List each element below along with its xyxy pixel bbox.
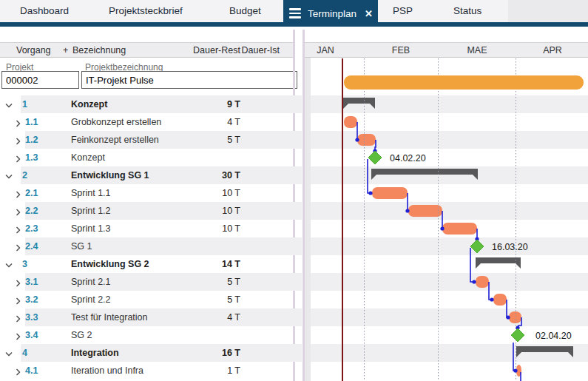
row-dauer-rest: 14 T	[178, 259, 240, 269]
row-bezeichnung: Feinkonzept erstellen	[71, 135, 159, 145]
gantt-task-bar[interactable]	[344, 116, 357, 128]
connector-arrow-dot	[513, 368, 517, 372]
table-row[interactable]: 3.1Sprint 2.15 T	[0, 273, 302, 291]
chart-row-stripe	[311, 202, 588, 220]
project-name-input[interactable]	[81, 71, 297, 89]
column-header-vorgang[interactable]: Vorgang	[16, 45, 51, 55]
menu-icon[interactable]	[289, 8, 301, 18]
chevron-right-icon[interactable]	[14, 242, 23, 251]
row-bezeichnung: Iteration und Infra	[71, 365, 143, 376]
month-label-mae: MAE	[467, 45, 487, 55]
row-dauer-rest: 10 T	[178, 206, 240, 216]
gantt-summary-bar[interactable]	[476, 257, 521, 269]
row-bezeichnung: Sprint 2.1	[71, 277, 111, 287]
row-bezeichnung: Entwicklung SG 2	[71, 259, 149, 269]
chevron-down-icon[interactable]	[4, 348, 13, 357]
table-row[interactable]: 4Integration16 T	[0, 344, 302, 362]
column-header-bezeichnung[interactable]: Bezeichnung	[72, 45, 126, 55]
row-dauer-rest: 5 T	[178, 135, 240, 145]
chart-row-stripe	[311, 344, 588, 362]
project-id-input[interactable]	[1, 71, 79, 89]
row-number: 1.1	[25, 117, 38, 127]
table-row[interactable]: 1Konzept9 T	[0, 95, 302, 113]
gantt-task-bar[interactable]	[442, 223, 477, 235]
chevron-down-icon[interactable]	[4, 171, 13, 180]
row-bezeichnung: SG 1	[71, 241, 92, 252]
gantt-task-bar[interactable]	[493, 294, 507, 306]
row-number: 3	[22, 259, 27, 269]
gantt-task-bar[interactable]	[372, 187, 408, 199]
chart-row-stripe	[311, 273, 588, 291]
chevron-right-icon[interactable]	[14, 224, 23, 233]
tab-dashboard[interactable]: Dashboard	[20, 0, 69, 22]
column-header-dauer-ist[interactable]: Dauer-Ist	[217, 45, 280, 55]
month-label-feb: FEB	[392, 45, 410, 55]
row-stripe	[25, 308, 302, 326]
row-dauer-rest: 30 T	[178, 170, 240, 181]
table-row[interactable]: 1.1Grobkonzept erstellen4 T	[0, 113, 302, 131]
chart-row-stripe	[311, 95, 588, 113]
chevron-down-icon[interactable]	[4, 100, 13, 109]
row-dauer-rest: 16 T	[178, 348, 240, 358]
chevron-right-icon[interactable]	[14, 331, 23, 340]
chevron-right-icon[interactable]	[14, 153, 23, 162]
row-number: 1	[22, 99, 27, 109]
table-row[interactable]: 2.2Sprint 1.210 T	[0, 202, 302, 220]
chevron-right-icon[interactable]	[14, 135, 23, 144]
tab-terminplan-active[interactable]: Terminplan ✕	[283, 0, 378, 27]
row-stripe	[25, 202, 302, 220]
chevron-right-icon[interactable]	[14, 189, 23, 198]
table-row[interactable]: 2.4SG 1	[0, 237, 302, 255]
connector-arrow-dot	[373, 149, 376, 152]
tab-psp[interactable]: PSP	[393, 0, 413, 22]
table-row[interactable]: 1.2Feinkonzept erstellen5 T	[0, 131, 302, 149]
table-row[interactable]: 2Entwicklung SG 130 T	[0, 166, 302, 184]
chevron-right-icon[interactable]	[14, 295, 23, 304]
table-row[interactable]: 2.3Sprint 1.310 T	[0, 220, 302, 237]
tab-budget[interactable]: Budget	[229, 0, 261, 22]
close-tab-icon[interactable]: ✕	[365, 8, 373, 19]
table-row[interactable]: 2.1Sprint 1.110 T	[0, 184, 302, 202]
connector-arrow-dot	[490, 297, 493, 301]
row-dauer-rest: 4 T	[178, 312, 240, 323]
add-column-button[interactable]: +	[63, 45, 68, 55]
row-number: 3.4	[25, 330, 38, 340]
table-row[interactable]: 3.2Sprint 2.25 T	[0, 291, 302, 308]
tab-status[interactable]: Status	[453, 0, 481, 22]
table-row[interactable]: 3Entwicklung SG 214 T	[0, 255, 302, 273]
chevron-down-icon[interactable]	[4, 260, 13, 269]
connector-arrow-dot	[368, 191, 372, 195]
row-number: 4.1	[25, 365, 38, 376]
table-row[interactable]: 1.3Konzept	[0, 149, 302, 166]
row-bezeichnung: Konzept	[71, 99, 107, 109]
terminplan-app: Dashboard Projektsteckbrief Budget PSP S…	[0, 0, 588, 381]
chevron-right-icon[interactable]	[14, 366, 23, 375]
chevron-right-icon[interactable]	[14, 313, 23, 322]
row-number: 2.1	[25, 188, 38, 198]
gantt-milestone[interactable]	[511, 328, 524, 342]
row-dauer-rest: 9 T	[178, 99, 240, 109]
gantt-milestone[interactable]	[368, 151, 382, 164]
chevron-right-icon[interactable]	[14, 118, 23, 127]
row-number: 1.3	[25, 152, 38, 163]
row-number: 3.1	[25, 277, 38, 287]
chevron-right-icon[interactable]	[14, 277, 23, 286]
table-row[interactable]: 3.3Test für Integration4 T	[0, 308, 302, 326]
table-row[interactable]: 4.1Iteration und Infra1 T	[0, 362, 302, 380]
gantt-project-bar[interactable]	[344, 75, 584, 90]
table-row[interactable]: 3.4SG 2	[0, 326, 302, 344]
gantt-task-bar[interactable]	[516, 365, 521, 377]
row-dauer-rest: 10 T	[178, 223, 240, 234]
connector-arrow-dot	[516, 326, 519, 329]
row-bezeichnung: Sprint 2.2	[71, 294, 111, 305]
chart-row-stripe	[311, 237, 588, 255]
row-number: 2.3	[25, 223, 38, 234]
tab-projektsteckbrief[interactable]: Projektsteckbrief	[109, 0, 183, 22]
chart-row-stripe	[311, 131, 588, 149]
chart-row-stripe	[311, 308, 588, 326]
row-number: 2	[22, 170, 27, 181]
chart-left-gutter	[305, 58, 311, 381]
row-number: 2.2	[25, 206, 38, 216]
row-bezeichnung: Sprint 1.3	[71, 223, 111, 234]
chevron-right-icon[interactable]	[14, 206, 23, 215]
